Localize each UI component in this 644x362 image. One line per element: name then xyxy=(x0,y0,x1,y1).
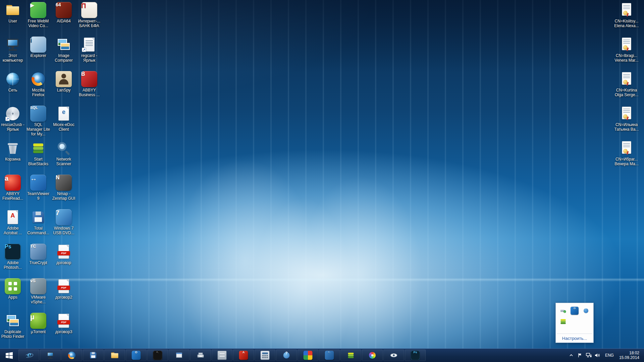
pdf-document-icon: PDF xyxy=(56,278,72,294)
desktop-icon-total-commander[interactable]: Total Command... xyxy=(25,209,51,244)
chevron-up-icon xyxy=(569,353,573,357)
desktop-icon-pdf-document[interactable]: PDFдоговор2 xyxy=(51,278,76,313)
certificate-item[interactable]: CN=Kislitsy... Elena Alexa... xyxy=(611,2,642,37)
desktop-icon-label: Network Scanner xyxy=(51,157,76,166)
firefox-icon xyxy=(67,351,76,360)
desktop-icon-label: rescue2usb - Ярлык xyxy=(0,122,25,132)
desktop-icon-bluestacks[interactable]: Start BlueStacks xyxy=(25,140,51,175)
taskbar-item-paint-palette[interactable] xyxy=(362,350,383,361)
tray-info-button[interactable]: i xyxy=(581,306,591,316)
taskbar-item-firefox[interactable] xyxy=(61,350,82,361)
desktop-icon-teamviewer[interactable]: ↔TeamViewer 9 xyxy=(25,175,51,209)
taskbar-item-help[interactable]: ? xyxy=(276,350,297,361)
desktop-icon-label: Duplicate Photo Finder xyxy=(0,329,25,339)
language-indicator[interactable]: ENG xyxy=(602,349,617,362)
taskbar-item-adobe-reader[interactable]: A xyxy=(233,350,254,361)
tray-bluestacks-agent-button[interactable] xyxy=(558,316,568,326)
network-icon xyxy=(586,353,592,358)
taskbar-item-photoshop[interactable]: Ps xyxy=(405,350,426,361)
desktop-icon-user-folder[interactable]: User xyxy=(0,2,25,37)
desktop-icon-label: Adobe Acrobat ... xyxy=(0,226,25,235)
desktop-icon-label: договор xyxy=(56,260,71,265)
customize-link[interactable]: Настроить... xyxy=(556,334,593,343)
desktop-icon-webm-converter[interactable]: ▶Free WebM Video Co... xyxy=(25,2,51,37)
desktop-icon-micex-edoc[interactable]: eMicex-eDoc Client xyxy=(51,106,76,140)
desktop-icon-firefox[interactable]: Mozilla Firefox xyxy=(25,71,51,106)
certificate-column: CN=Kislitsy... Elena Alexa...CN=Ibragi..… xyxy=(611,2,642,175)
lanspy-icon xyxy=(56,71,72,87)
action-center-button[interactable] xyxy=(576,349,584,362)
desktop-icon-iexplorer[interactable]: iiExplorer xyxy=(25,37,51,71)
desktop-icon-vmware-vsphere[interactable]: vSVMware vSphe... xyxy=(25,278,51,313)
taskbar-item-bluestacks[interactable] xyxy=(340,350,361,361)
certificate-item[interactable]: CN=Ильина Татьяна Ва... xyxy=(611,106,642,140)
taskbar-item-computer[interactable] xyxy=(40,350,61,361)
taskbar-item-remote-app[interactable] xyxy=(169,350,190,361)
taskbar-item-multicolor-app[interactable] xyxy=(298,350,318,361)
taskbar-spacer xyxy=(426,349,567,362)
tray-expand-button[interactable] xyxy=(567,349,576,362)
desktop-icon-computer[interactable]: Этот компьютер xyxy=(0,37,25,71)
windows-logo-icon xyxy=(5,352,13,359)
desktop-icon-network-scanner[interactable]: Network Scanner xyxy=(51,140,76,175)
desktop-icon-label: Micex-eDoc Client xyxy=(51,122,76,132)
desktop-icon-nmap-zenmap[interactable]: NNmap - Zenmap GUI xyxy=(51,175,76,209)
tray-outlook-button[interactable]: O xyxy=(570,306,580,316)
taskbar-item-internet-explorer[interactable]: e xyxy=(18,350,39,361)
desktop-icon-lanspy[interactable]: LanSpy xyxy=(51,71,76,106)
desktop-icon-label: VMware vSphe... xyxy=(26,295,51,304)
desktop-icon-disc[interactable]: ↗rescue2usb - Ярлык xyxy=(0,106,25,140)
multicolor-app-icon xyxy=(304,351,313,360)
micex-edoc-icon: e xyxy=(56,106,72,122)
desktop-icon-label: Корзина xyxy=(5,157,20,162)
teamviewer-icon: ↔ xyxy=(30,175,46,191)
internet-explorer-icon: e xyxy=(24,351,34,360)
desktop-icon-utorrent[interactable]: µµTorrent xyxy=(25,313,51,347)
printer-icon xyxy=(196,351,205,360)
desktop-icon-network-globe[interactable]: Сеть xyxy=(0,71,25,106)
certificate-item[interactable]: CN=Ибраг... Венера Ма... xyxy=(611,140,642,175)
desktop-icon-image-comparer[interactable]: Image Comparer xyxy=(51,37,76,71)
taskbar-item-command-prompt[interactable]: >_ xyxy=(147,350,168,361)
desktop-icon-bank-bfa[interactable]: ПИнтернет-... БАНК БФА xyxy=(76,2,102,37)
desktop-icon-duplicate-photo-finder[interactable]: Duplicate Photo Finder xyxy=(0,313,25,347)
desktop-icon-abbyy-finereader[interactable]: aABBYY FineRead... xyxy=(0,175,25,209)
desktop-icon-label: User xyxy=(8,19,17,23)
desktop-icon-text-document[interactable]: ↗regcard - Ярлык xyxy=(76,37,102,71)
taskbar-item-storage[interactable] xyxy=(212,350,232,361)
file-explorer-icon xyxy=(110,351,119,360)
network-scanner-icon xyxy=(56,140,72,156)
taskbar-item-outlook[interactable]: O xyxy=(126,350,147,361)
desktop-icon-sql-manager[interactable]: SQLSQL Manager Lite for My... xyxy=(25,106,51,140)
tray-safely-remove-hardware-button[interactable]: ✓ xyxy=(558,306,568,316)
desktop-icon-label: Start BlueStacks xyxy=(26,157,51,166)
desktop-icon-pdf-document[interactable]: PDFдоговор xyxy=(51,244,76,278)
network-button[interactable] xyxy=(585,349,593,362)
taskbar-item-printer[interactable] xyxy=(190,350,211,361)
volume-button[interactable] xyxy=(593,349,602,362)
taskbar-item-calculator[interactable] xyxy=(255,350,275,361)
desktop-icon-truecrypt[interactable]: TCTrueCrypt xyxy=(25,244,51,278)
certificate-item[interactable]: CN=Ibragi... Venera Mar... xyxy=(611,37,642,71)
desktop-icon-win7-usb-dvd[interactable]: 7Windows 7 USB DVD... xyxy=(51,209,76,244)
clock[interactable]: 18:02 15.09.2014 xyxy=(617,351,641,360)
taskbar-item-file-explorer[interactable] xyxy=(104,350,125,361)
desktop-icon-pdf-document[interactable]: PDFдоговор3 xyxy=(51,313,76,347)
desktop-icon-aida64[interactable]: 64AIDA64 xyxy=(51,2,76,37)
desktop-icon-abbyy-business[interactable]: BABBYY Business ... xyxy=(76,71,102,106)
desktop-icon-recycle-bin[interactable]: Корзина xyxy=(0,140,25,175)
tray-overflow-popup: ✓Oi Настроить... xyxy=(555,303,594,343)
desktop-icon-adobe-acrobat[interactable]: AAdobe Acrobat ... xyxy=(0,209,25,244)
taskbar-item-powershell[interactable]: >_ xyxy=(319,350,340,361)
certificate-item[interactable]: CN=Kurtina Olga Serge... xyxy=(611,71,642,106)
taskbar-item-floppy-app[interactable] xyxy=(83,350,104,361)
clock-time: 18:02 xyxy=(629,351,639,355)
certificate-label: CN=Kurtina Olga Serge... xyxy=(611,88,642,97)
taskbar-item-viewer-eye[interactable] xyxy=(383,350,404,361)
calculator-icon xyxy=(261,351,270,360)
taskbar: eO>_A?>_Ps ENG 18:02 15.09.2014 xyxy=(0,349,644,362)
storage-icon xyxy=(218,351,227,360)
desktop-icon-apps[interactable]: Apps xyxy=(0,278,25,313)
start-button[interactable] xyxy=(0,349,18,362)
desktop-icon-adobe-photoshop[interactable]: PsAdobe Photosh... xyxy=(0,244,25,278)
